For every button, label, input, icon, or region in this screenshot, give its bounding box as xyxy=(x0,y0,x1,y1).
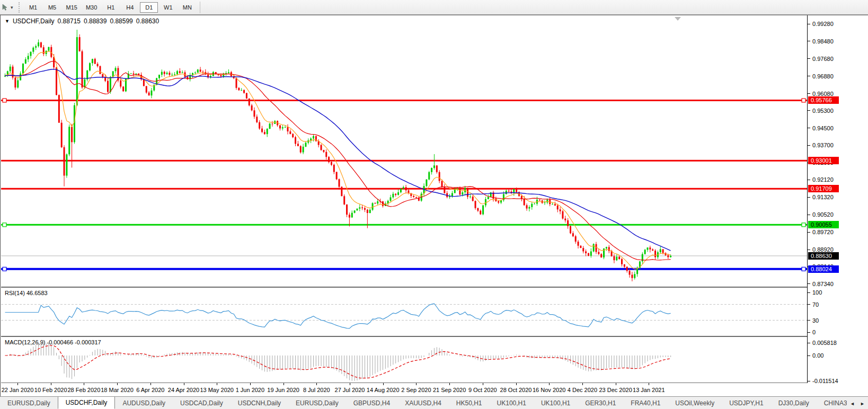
timeframe-button-m5[interactable]: M5 xyxy=(43,2,61,13)
timeframe-button-h1[interactable]: H1 xyxy=(102,2,120,13)
symbol-dropdown-icon[interactable]: ▼ xyxy=(5,19,10,24)
symbol-tab-dj30-daily[interactable]: DJ30,Daily xyxy=(771,397,817,409)
axis-tick xyxy=(808,381,810,381)
symbol-tab-usdcnh-daily[interactable]: USDCNH,Daily xyxy=(231,397,288,409)
price-axis-label: 0.99280 xyxy=(812,21,834,27)
chart-cursor-icon[interactable] xyxy=(1,3,10,12)
price-axis-label: 0.96880 xyxy=(812,73,834,79)
price-axis-label: 0.94500 xyxy=(812,125,834,131)
current-price-badge: 0.88630 xyxy=(808,252,839,260)
hline-0.90055[interactable] xyxy=(1,223,807,227)
date-tick xyxy=(449,383,450,385)
symbol-tab-uk100-h1[interactable]: UK100,H1 xyxy=(534,397,578,409)
chart-window[interactable]: ▼ USDCHF,Daily 0.88715 0.88839 0.88599 0… xyxy=(0,15,868,396)
hline-0.88024[interactable] xyxy=(1,267,807,271)
symbol-tab-xauusd-h4[interactable]: XAUUSD,H4 xyxy=(397,397,449,409)
symbol-tab-eurusd-daily[interactable]: EURUSD,Daily xyxy=(0,397,58,409)
price-axis-label: 0.97680 xyxy=(812,56,834,62)
timeframe-button-m15[interactable]: M15 xyxy=(63,2,81,13)
date-axis-label: 28 Feb 2020 xyxy=(68,387,101,393)
date-axis-label: 28 Oct 2020 xyxy=(500,387,532,393)
date-axis-label: 21 Sep 2020 xyxy=(433,387,466,393)
date-axis-label: 24 Apr 2020 xyxy=(168,387,199,393)
date-axis-label: 16 Nov 2020 xyxy=(533,387,565,393)
axis-tick xyxy=(808,250,810,250)
axis-tick xyxy=(808,232,810,233)
top-toolbar: ▾ M1M5M15M30H1H4D1W1MN xyxy=(0,0,868,15)
macd-histogram xyxy=(5,343,671,381)
symbol-tab-fra40-h1[interactable]: FRA40,H1 xyxy=(623,397,668,409)
timeframe-button-d1[interactable]: D1 xyxy=(140,2,158,13)
symbol-tab-gbpusd-h4[interactable]: GBPUSD,H4 xyxy=(346,397,397,409)
ohlc-low: 0.88599 xyxy=(110,17,132,25)
symbol-tab-usdchf-daily[interactable]: USDCHF,Daily xyxy=(58,397,116,409)
price-axis[interactable]: 0.992800.984800.976800.968800.960800.953… xyxy=(807,15,868,383)
date-tick xyxy=(250,383,251,385)
hline-0.95766[interactable] xyxy=(1,99,807,102)
price-axis-label: 0.95300 xyxy=(812,108,834,114)
hline-handle xyxy=(802,99,805,102)
date-tick xyxy=(84,383,84,385)
date-tick xyxy=(184,383,184,385)
macd-label: MACD(12,26,9) -0.000466 -0.000317 xyxy=(5,339,101,345)
symbol-tab-audusd-daily[interactable]: AUDUSD,Daily xyxy=(115,397,173,409)
date-tick xyxy=(549,383,550,385)
symbol-tab-usdcad-daily[interactable]: USDCAD,Daily xyxy=(173,397,231,409)
symbol-tab-hk50-h1[interactable]: HK50,H1 xyxy=(449,397,490,409)
tabs-scroll-right-button[interactable]: ► xyxy=(860,401,865,406)
axis-tick xyxy=(808,76,810,76)
date-tick xyxy=(383,383,384,385)
price-axis-label: 0.98480 xyxy=(812,38,834,45)
mt4-application: ▾ M1M5M15M30H1H4D1W1MN ▼ USDCHF,Daily 0.… xyxy=(0,0,868,409)
date-axis-label: 8 Jul 2020 xyxy=(303,387,330,393)
date-axis-label: 18 Mar 2020 xyxy=(101,387,134,393)
rsi-line xyxy=(5,304,671,328)
price-badge-0.90055: 0.90055 xyxy=(808,221,839,228)
symbol-tab-usdjpy-h1[interactable]: USDJPY,H1 xyxy=(722,397,770,409)
symbol-tab-uk100-h1[interactable]: UK100,H1 xyxy=(490,397,534,409)
toolbar-separator xyxy=(200,2,200,13)
axis-tick xyxy=(808,128,810,128)
date-axis[interactable]: 22 Jan 202010 Feb 202028 Feb 202018 Mar … xyxy=(1,383,868,397)
date-axis-label: 2 Sep 2020 xyxy=(401,387,431,393)
ohlc-close: 0.88630 xyxy=(136,17,159,25)
date-axis-label: 22 Jan 2020 xyxy=(2,387,34,393)
date-axis-label: 27 Jul 2020 xyxy=(335,387,365,393)
chart-canvas[interactable] xyxy=(1,15,807,383)
macd-signal-line xyxy=(5,345,671,378)
rsi-axis-label: 100 xyxy=(812,289,822,296)
symbol-tab-ger30-h1[interactable]: GER30,H1 xyxy=(578,397,623,409)
timeframe-button-m1[interactable]: M1 xyxy=(24,2,42,13)
price-badge-0.88024: 0.88024 xyxy=(808,265,839,273)
timeframe-button-m30[interactable]: M30 xyxy=(82,2,101,13)
hline-handle xyxy=(3,267,6,271)
date-tick xyxy=(150,383,151,385)
date-axis-label: 4 Dec 2020 xyxy=(568,387,597,393)
rsi-label: RSI(14) 46.6583 xyxy=(5,290,48,296)
date-axis-label: 13 Jan 2021 xyxy=(633,387,665,393)
price-axis-label: 0.92120 xyxy=(812,176,834,183)
timeframe-button-mn[interactable]: MN xyxy=(178,2,196,13)
date-axis-label: 14 Aug 2020 xyxy=(367,387,400,393)
axis-tick xyxy=(808,41,810,41)
date-tick xyxy=(284,383,284,385)
chart-shift-marker[interactable] xyxy=(675,17,681,21)
price-badge-0.93001: 0.93001 xyxy=(808,157,839,164)
hline-handle xyxy=(802,223,805,227)
timeframe-button-w1[interactable]: W1 xyxy=(159,2,177,13)
price-axis-label: 0.90520 xyxy=(812,211,834,218)
timeframe-button-h4[interactable]: H4 xyxy=(121,2,139,13)
symbol-tab-eurusd-daily[interactable]: EURUSD,Daily xyxy=(288,397,346,409)
axis-tick xyxy=(808,93,810,94)
date-tick xyxy=(350,383,350,385)
toolbar-grip[interactable] xyxy=(19,2,22,13)
symbol-tab-usoil-weekly[interactable]: USOil,Weekly xyxy=(668,397,722,409)
axis-tick xyxy=(808,283,810,284)
hline-handle xyxy=(3,99,6,102)
price-axis-label: 0.91320 xyxy=(812,194,834,200)
axis-tick xyxy=(808,58,810,59)
axis-tick xyxy=(808,304,810,305)
axis-tick xyxy=(808,332,810,333)
tool-dropdown-arrow[interactable]: ▾ xyxy=(10,5,16,10)
tabs-scroll-left-button[interactable]: ◄ xyxy=(850,401,855,406)
